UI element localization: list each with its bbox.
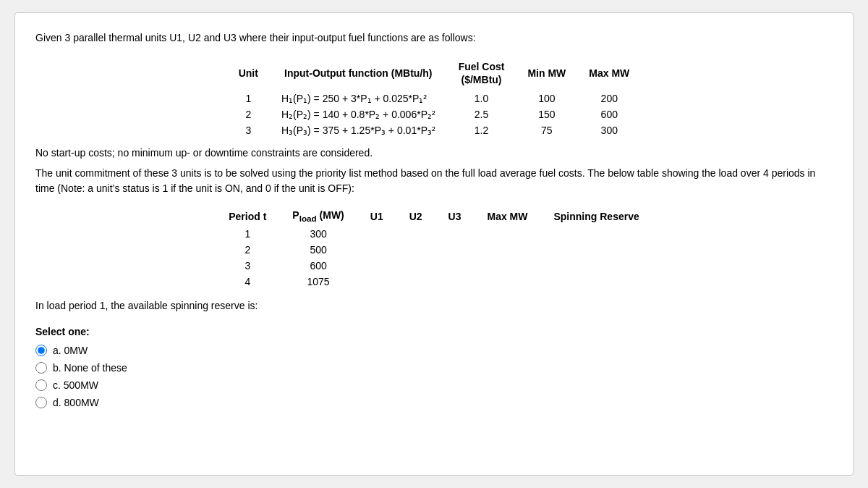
period-t-3: 3 [216, 258, 279, 274]
fuel-formula-1: H₁(P₁) = 250 + 3*P₁ + 0.025*P₁² [270, 91, 447, 106]
th-pload: Pload (MW) [279, 206, 357, 226]
period-table-row: 2 500 [216, 242, 652, 258]
fuel-max-mw-1: 200 [577, 91, 641, 106]
period-spinning-1 [540, 226, 652, 242]
period-maxmw-3 [474, 258, 540, 274]
period-u2-4 [396, 274, 435, 290]
main-card: Given 3 parallel thermal units U1, U2 an… [14, 12, 854, 476]
in-load-text: In load period 1, the available spinning… [35, 300, 833, 311]
label-opt-b[interactable]: b. None of these [53, 362, 127, 374]
period-table-row: 1 300 [216, 226, 652, 242]
fuel-formula-3: H₃(P₃) = 375 + 1.25*P₃ + 0.01*P₃² [270, 122, 447, 138]
no-startup-text: No start-up costs; no minimum up- or dow… [35, 147, 833, 159]
fuel-unit-2: 2 [227, 106, 270, 122]
period-table: Period t Pload (MW) U1 U2 U3 Max MW Spin… [216, 206, 652, 290]
period-u2-3 [396, 258, 435, 274]
select-one-label: Select one: [35, 326, 833, 337]
fuel-table-row: 3 H₃(P₃) = 375 + 1.25*P₃ + 0.01*P₃² 1.2 … [227, 122, 642, 138]
period-spinning-4 [540, 274, 652, 290]
unit-commitment-text: The unit commitment of these 3 units is … [35, 166, 833, 196]
th-max-mw: Max MW [577, 57, 641, 91]
fuel-cost-2: 2.5 [447, 106, 516, 122]
period-spinning-2 [540, 242, 652, 258]
radio-opt-c[interactable] [35, 379, 47, 391]
fuel-formula-2: H₂(P₂) = 140 + 0.8*P₂ + 0.006*P₂² [270, 106, 447, 122]
th-input-output: Input-Output function (MBtu/h) [270, 57, 447, 91]
label-opt-c[interactable]: c. 500MW [53, 379, 98, 391]
option-item-opt-a[interactable]: a. 0MW [35, 345, 833, 356]
period-maxmw-2 [474, 242, 540, 258]
period-u3-3 [435, 258, 475, 274]
th-unit: Unit [227, 57, 270, 91]
fuel-unit-1: 1 [227, 91, 270, 106]
th-fuel-cost: Fuel Cost ($/MBtu) [447, 57, 516, 91]
radio-opt-a[interactable] [35, 345, 47, 356]
fuel-cost-1: 1.0 [447, 91, 516, 106]
period-table-wrapper: Period t Pload (MW) U1 U2 U3 Max MW Spin… [35, 206, 833, 290]
label-opt-d[interactable]: d. 800MW [53, 397, 99, 408]
period-table-row: 3 600 [216, 258, 652, 274]
label-opt-a[interactable]: a. 0MW [53, 345, 88, 356]
period-pload-2: 500 [279, 242, 357, 258]
period-table-row: 4 1075 [216, 274, 652, 290]
fuel-min-mw-2: 150 [516, 106, 577, 122]
period-spinning-3 [540, 258, 652, 274]
period-u1-4 [357, 274, 396, 290]
fuel-table-row: 2 H₂(P₂) = 140 + 0.8*P₂ + 0.006*P₂² 2.5 … [227, 106, 642, 122]
period-t-2: 2 [216, 242, 279, 258]
period-u2-1 [396, 226, 435, 242]
radio-opt-b[interactable] [35, 362, 47, 374]
period-u3-2 [435, 242, 475, 258]
th-u2: U2 [396, 206, 435, 226]
fuel-min-mw-3: 75 [516, 122, 577, 138]
select-one-section: Select one: a. 0MWb. None of thesec. 500… [35, 326, 833, 408]
period-pload-4: 1075 [279, 274, 357, 290]
th-u1: U1 [357, 206, 396, 226]
th-u3: U3 [435, 206, 475, 226]
period-pload-1: 300 [279, 226, 357, 242]
period-maxmw-4 [474, 274, 540, 290]
fuel-table: Unit Input-Output function (MBtu/h) Fuel… [227, 57, 642, 138]
option-item-opt-d[interactable]: d. 800MW [35, 397, 833, 408]
fuel-max-mw-3: 300 [577, 122, 641, 138]
th-period-t: Period t [216, 206, 279, 226]
option-item-opt-b[interactable]: b. None of these [35, 362, 833, 374]
th-spinning-reserve: Spinning Reserve [540, 206, 652, 226]
period-u1-1 [357, 226, 396, 242]
fuel-cost-3: 1.2 [447, 122, 516, 138]
fuel-table-row: 1 H₁(P₁) = 250 + 3*P₁ + 0.025*P₁² 1.0 10… [227, 91, 642, 106]
option-item-opt-c[interactable]: c. 500MW [35, 379, 833, 391]
period-t-1: 1 [216, 226, 279, 242]
period-maxmw-1 [474, 226, 540, 242]
period-u3-1 [435, 226, 475, 242]
fuel-unit-3: 3 [227, 122, 270, 138]
th-max-mw-period: Max MW [474, 206, 540, 226]
period-u1-3 [357, 258, 396, 274]
period-u2-2 [396, 242, 435, 258]
period-u1-2 [357, 242, 396, 258]
intro-text: Given 3 parallel thermal units U1, U2 an… [35, 30, 833, 46]
fuel-max-mw-2: 600 [577, 106, 641, 122]
fuel-table-wrapper: Unit Input-Output function (MBtu/h) Fuel… [35, 57, 833, 138]
period-t-4: 4 [216, 274, 279, 290]
options-container: a. 0MWb. None of thesec. 500MWd. 800MW [35, 345, 833, 408]
th-min-mw: Min MW [516, 57, 577, 91]
period-u3-4 [435, 274, 475, 290]
period-pload-3: 600 [279, 258, 357, 274]
fuel-min-mw-1: 100 [516, 91, 577, 106]
radio-opt-d[interactable] [35, 397, 47, 408]
